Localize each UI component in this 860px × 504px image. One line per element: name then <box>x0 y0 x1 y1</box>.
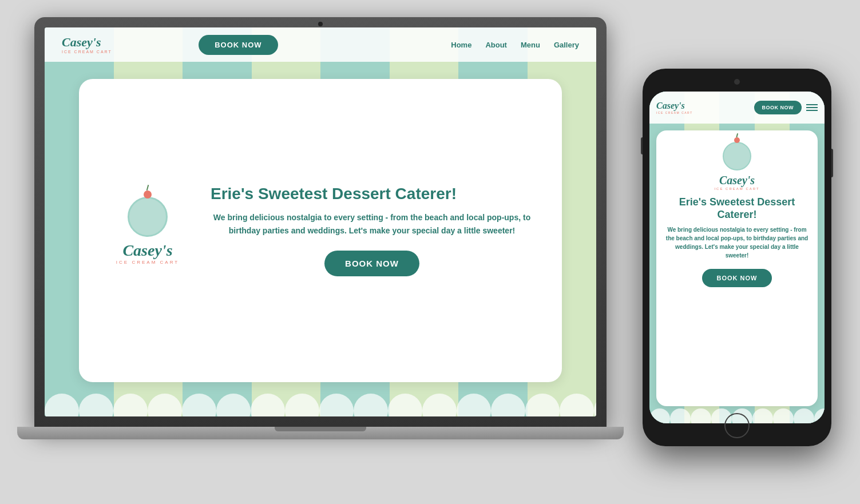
phone-hero-logo-sub: ICE CREAM CART <box>714 187 759 191</box>
scene: Casey's ICE CREAM CART BOOK NOW Home Abo… <box>0 0 860 504</box>
ice-cream-icon <box>128 197 168 237</box>
nav-home[interactable]: Home <box>451 41 471 49</box>
scallop-17 <box>594 394 596 416</box>
ice-cream-scoop <box>128 197 168 237</box>
scallop-14 <box>491 394 525 416</box>
scallop-8 <box>285 394 319 416</box>
scallop-9 <box>319 394 354 416</box>
laptop-mockup: Casey's ICE CREAM CART BOOK NOW Home Abo… <box>34 17 612 463</box>
scallop-6 <box>216 394 251 416</box>
phone-scallop-9 <box>814 408 825 423</box>
laptop-header-book-button[interactable]: BOOK NOW <box>199 35 278 55</box>
phone-hero-title: Erie's Sweetest Dessert Caterer! <box>665 196 809 221</box>
scallop-11 <box>388 394 422 416</box>
phone-logo: Casey's ICE CREAM CART <box>656 101 693 114</box>
phone-mockup: Casey's ICE CREAM CART BOOK NOW <box>643 69 831 446</box>
cherry-icon <box>144 191 152 199</box>
scallop-13 <box>457 394 491 416</box>
phone-cherry-icon <box>734 137 740 143</box>
phone-site-header: Casey's ICE CREAM CART BOOK NOW <box>649 92 825 124</box>
phone-ice-cream-icon <box>723 142 751 170</box>
phone-scallop-3 <box>691 408 711 423</box>
laptop-camera <box>318 22 323 26</box>
nav-gallery[interactable]: Gallery <box>554 41 579 49</box>
laptop-base <box>17 427 624 439</box>
phone-body: Casey's ICE CREAM CART BOOK NOW <box>643 69 831 446</box>
menu-line-2 <box>806 107 818 108</box>
phone-header-book-button[interactable]: BOOK NOW <box>754 101 802 114</box>
phone-hero-card: Casey's ICE CREAM CART Erie's Sweetest D… <box>656 130 818 406</box>
laptop-logo-text: Casey's <box>62 36 101 49</box>
scallop-2 <box>79 394 113 416</box>
laptop-logo-sub: ICE CREAM CART <box>62 50 112 54</box>
phone-logo-text: Casey's <box>656 101 685 111</box>
phone-scallop-8 <box>794 408 814 423</box>
nav-menu[interactable]: Menu <box>521 41 540 49</box>
phone-scallop-2 <box>670 408 691 423</box>
nav-about[interactable]: About <box>485 41 507 49</box>
laptop-hero-content: Erie's Sweetest Dessert Caterer! We brin… <box>211 185 533 276</box>
phone-logo-sub: ICE CREAM CART <box>656 111 693 114</box>
phone-volume-button <box>641 137 643 154</box>
scallop-12 <box>422 394 457 416</box>
menu-line-3 <box>806 110 818 111</box>
scallop-1 <box>45 394 79 416</box>
phone-hero-logo-text: Casey's <box>719 174 755 187</box>
menu-line-1 <box>806 104 818 105</box>
laptop-hero-logo-sub: ICE CREAM CART <box>116 260 179 265</box>
scallop-decoration <box>45 388 596 416</box>
phone-hero-description: We bring delicious nostalgia to every se… <box>665 225 809 260</box>
phone-scallop-6 <box>752 408 773 423</box>
phone-hero-book-button[interactable]: BOOK NOW <box>702 269 772 287</box>
laptop-hero-card: Casey's ICE CREAM CART Erie's Sweetest D… <box>79 79 562 382</box>
phone-ice-cream-scoop <box>723 142 751 170</box>
laptop-hero-description: We bring delicious nostalgia to every se… <box>211 211 533 237</box>
laptop-hero-logo: Casey's ICE CREAM CART <box>108 197 188 265</box>
scallop-3 <box>113 394 148 416</box>
laptop-hero-logo-text: Casey's <box>122 241 172 260</box>
laptop-logo: Casey's ICE CREAM CART <box>62 36 112 54</box>
scallop-4 <box>148 394 182 416</box>
scallop-16 <box>560 394 594 416</box>
hamburger-menu-icon[interactable] <box>806 104 818 111</box>
phone-scallop-7 <box>773 408 794 423</box>
scallop-15 <box>525 394 560 416</box>
scallop-5 <box>182 394 216 416</box>
phone-screen: Casey's ICE CREAM CART BOOK NOW <box>649 92 825 423</box>
phone-home-button[interactable] <box>724 413 750 438</box>
scallop-7 <box>251 394 285 416</box>
laptop-site-header: Casey's ICE CREAM CART BOOK NOW Home Abo… <box>45 27 596 62</box>
laptop-body: Casey's ICE CREAM CART BOOK NOW Home Abo… <box>34 17 607 429</box>
phone-scallop-1 <box>649 408 670 423</box>
laptop-hero-title: Erie's Sweetest Dessert Caterer! <box>211 185 533 203</box>
laptop-nav: Home About Menu Gallery <box>451 41 579 49</box>
scallop-10 <box>354 394 388 416</box>
phone-camera <box>734 79 740 85</box>
laptop-screen: Casey's ICE CREAM CART BOOK NOW Home Abo… <box>45 27 596 416</box>
laptop-hero-book-button[interactable]: BOOK NOW <box>324 251 419 276</box>
phone-power-button <box>831 149 833 177</box>
